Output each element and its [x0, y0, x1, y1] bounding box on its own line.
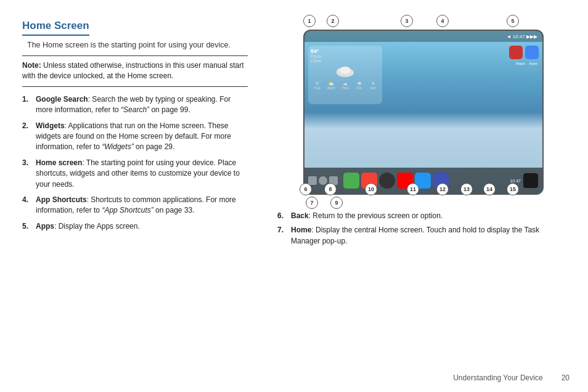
right-list-item-7: 7. Home: Display the central Home screen… [277, 225, 570, 247]
weather-day: 🌧 FRI [353, 81, 365, 90]
sun-icon: ☀ [311, 81, 324, 86]
rain-icon: 🌧 [353, 81, 365, 86]
app-icons-area: Maps Apps [509, 46, 539, 164]
list-item: 2. Widgets: Applications that run on the… [22, 121, 248, 153]
callout-15: 15 [507, 183, 519, 195]
intro-text: The Home screen is the starting point fo… [27, 41, 248, 49]
footer-title: Understanding Your Device [453, 374, 542, 382]
app-row-top [509, 46, 539, 59]
status-time: ◄ 10:47 ▶▶▶ [507, 34, 537, 39]
maps-icon [509, 46, 523, 59]
callout-13: 13 [460, 183, 473, 195]
callout-11: 11 [407, 183, 419, 195]
device-diagram: 1 2 3 4 5 ◄ 10:47 ▶▶▶ 84° PlanoClara [297, 12, 550, 203]
item-content: Home screen: The starting point for usin… [36, 158, 248, 190]
item-term: App Shortcuts [36, 195, 87, 204]
weather-temp: 84° [311, 48, 380, 54]
note-block: Note: Unless stated otherwise, instructi… [22, 55, 248, 87]
right-item-content: Home: Display the central Home screen. T… [291, 225, 570, 247]
item-number: 5. [22, 221, 36, 232]
tablet-frame: ◄ 10:47 ▶▶▶ 84° PlanoClara [303, 30, 544, 195]
items-list: 1. Google Search: Search the web by typi… [22, 94, 248, 232]
item-number: 4. [22, 195, 36, 205]
callout-9: 9 [330, 197, 343, 209]
right-item-number: 6. [277, 211, 291, 221]
callout-14: 14 [483, 183, 496, 195]
svg-point-3 [340, 67, 351, 74]
nav-back-icon [308, 176, 317, 185]
dock-icon-1 [343, 173, 359, 189]
list-item: 3. Home screen: The starting point for u… [22, 158, 248, 190]
cloud-icon-sm: ⛅ [325, 81, 338, 86]
callout-4: 4 [436, 15, 449, 27]
list-item: 4. App Shortcuts: Shortcuts to common ap… [22, 195, 248, 216]
callout-8: 8 [324, 183, 337, 195]
callout-7: 7 [306, 197, 318, 209]
home-screen-content: 84° PlanoClara [304, 42, 542, 168]
search-app-icon [525, 46, 539, 59]
callout-6: 6 [300, 183, 312, 195]
callout-10: 10 [365, 183, 377, 195]
dock-icon-3 [379, 173, 395, 189]
callout-3: 3 [401, 15, 413, 27]
right-column: 1 2 3 4 5 ◄ 10:47 ▶▶▶ 84° PlanoClara [265, 0, 588, 392]
list-item: 1. Google Search: Search the web by typi… [22, 94, 248, 116]
app-labels: Maps Apps [509, 62, 539, 65]
note-label: Note: [22, 61, 41, 70]
item-content: App Shortcuts: Shortcuts to common appli… [36, 195, 248, 216]
callout-12: 12 [436, 183, 449, 195]
item-number: 3. [22, 158, 36, 168]
page-title: Home Screen [22, 20, 89, 36]
note-text: Unless stated otherwise, instructions in… [22, 61, 244, 80]
right-item-term: Back [291, 211, 309, 220]
left-column: Home Screen The Home screen is the start… [0, 0, 265, 392]
item-content: Apps: Display the Apps screen. [36, 221, 248, 232]
footer: Understanding Your Device 20 [453, 374, 570, 382]
right-item-content: Back: Return to the previous screen or o… [291, 211, 443, 221]
weather-day: ⛅ WED [325, 81, 338, 90]
dock-icon-last [523, 173, 539, 189]
item-term: Home screen [36, 158, 82, 167]
item-term: Apps [36, 222, 54, 231]
weather-days: ☀ TUE ⛅ WED ☁ THU [311, 81, 380, 90]
right-item-number: 7. [277, 225, 291, 235]
callout-2: 2 [327, 15, 339, 27]
sun-icon2: ☀ [367, 81, 380, 86]
item-number: 1. [22, 94, 36, 105]
item-content: Widgets: Applications that run on the Ho… [36, 121, 248, 153]
item-content: Google Search: Search the web by typing … [36, 94, 248, 116]
status-bar: ◄ 10:47 ▶▶▶ [304, 31, 542, 42]
right-descriptions: 6. Back: Return to the previous screen o… [271, 211, 576, 250]
weather-day: ☀ SAT [367, 81, 380, 90]
callout-1: 1 [303, 15, 316, 27]
callout-5: 5 [507, 15, 519, 27]
right-list-item-6: 6. Back: Return to the previous screen o… [277, 211, 570, 221]
time-display: 10:47 [510, 179, 521, 183]
item-term: Google Search [36, 95, 88, 104]
footer-page: 20 [561, 374, 570, 382]
right-desc-list: 6. Back: Return to the previous screen o… [277, 211, 570, 247]
nav-home-icon [319, 176, 327, 185]
list-item: 5. Apps: Display the Apps screen. [22, 221, 248, 232]
right-item-term: Home [291, 226, 311, 234]
weather-city: PlanoClara [311, 54, 380, 63]
weather-day: ☁ THU [339, 81, 352, 90]
item-term: Widgets [36, 121, 65, 130]
cloud-icon [334, 64, 356, 78]
tablet-screen: ◄ 10:47 ▶▶▶ 84° PlanoClara [304, 31, 542, 194]
item-number: 2. [22, 121, 36, 131]
cloud-icon-sm2: ☁ [339, 81, 352, 86]
weather-day: ☀ TUE [311, 81, 324, 90]
weather-widget: 84° PlanoClara [308, 46, 382, 104]
